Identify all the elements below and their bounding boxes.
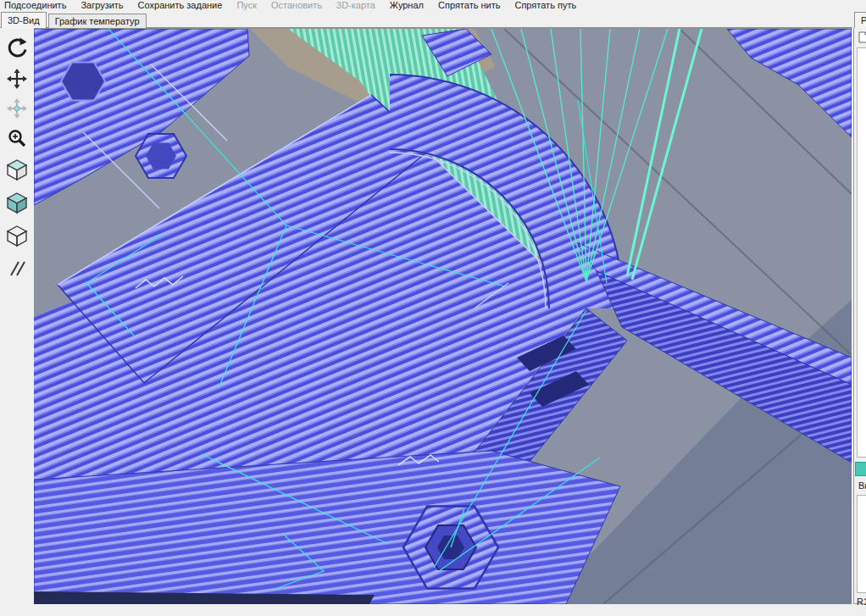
3d-viewport[interactable] bbox=[34, 28, 852, 604]
object-list[interactable] bbox=[857, 47, 866, 458]
parallel-lines-icon bbox=[6, 258, 28, 281]
move-object-button[interactable] bbox=[3, 97, 31, 121]
toolbar-hide-path[interactable]: Спрятать путь bbox=[514, 0, 576, 11]
toolbar-stop[interactable]: Остановить bbox=[271, 0, 322, 11]
printer-label: R1 bbox=[857, 597, 866, 607]
tab-3d-view[interactable]: 3D-Вид bbox=[1, 12, 47, 28]
placement-panel-toolbar bbox=[856, 31, 866, 46]
toolbar-connect[interactable]: Подсоединить bbox=[4, 0, 66, 11]
toolbar-log[interactable]: Журнал bbox=[390, 0, 424, 11]
tab-placement[interactable]: Раз bbox=[854, 12, 866, 28]
view-wireframe-button[interactable] bbox=[3, 223, 31, 250]
placement-panel: Ви R1 bbox=[853, 28, 866, 604]
rotate-icon bbox=[5, 36, 29, 61]
move-arrows-icon bbox=[7, 69, 27, 91]
toolbar-save-job[interactable]: Сохранить задание bbox=[138, 0, 223, 11]
zoom-icon bbox=[7, 128, 27, 150]
tab-temperature-graph[interactable]: График температур bbox=[48, 14, 147, 28]
cube-wireframe-icon bbox=[5, 224, 29, 249]
toolbar-load[interactable]: Загрузить bbox=[80, 0, 123, 11]
main-toolbar: Подсоединить Загрузить Сохранить задание… bbox=[0, 0, 866, 12]
cube-face-icon bbox=[5, 158, 29, 183]
document-icon[interactable] bbox=[858, 31, 866, 45]
toolbar-start[interactable]: Пуск bbox=[236, 0, 257, 11]
toolbar-3d-map[interactable]: 3D-карта bbox=[336, 0, 375, 11]
zoom-button[interactable] bbox=[3, 127, 31, 151]
rotate-view-button[interactable] bbox=[3, 35, 31, 62]
visualization-section-label: Ви bbox=[858, 480, 866, 491]
view-tool-column bbox=[0, 28, 34, 604]
cube-solid-icon bbox=[5, 191, 29, 216]
gcode-preview-scene bbox=[34, 29, 852, 604]
filament-color-button[interactable] bbox=[855, 462, 866, 476]
view-face-button[interactable] bbox=[3, 157, 31, 184]
view-tabs: 3D-Вид График температур bbox=[1, 12, 147, 28]
visualization-options-box[interactable] bbox=[857, 495, 866, 593]
move-view-button[interactable] bbox=[3, 68, 31, 92]
parallel-projection-button[interactable] bbox=[3, 256, 31, 283]
view-isometric-button[interactable] bbox=[3, 190, 31, 217]
move-object-icon-disabled bbox=[7, 98, 27, 120]
right-panel-tabs: Раз bbox=[854, 12, 866, 28]
toolbar-hide-filament[interactable]: Спрятать нить bbox=[438, 0, 500, 11]
